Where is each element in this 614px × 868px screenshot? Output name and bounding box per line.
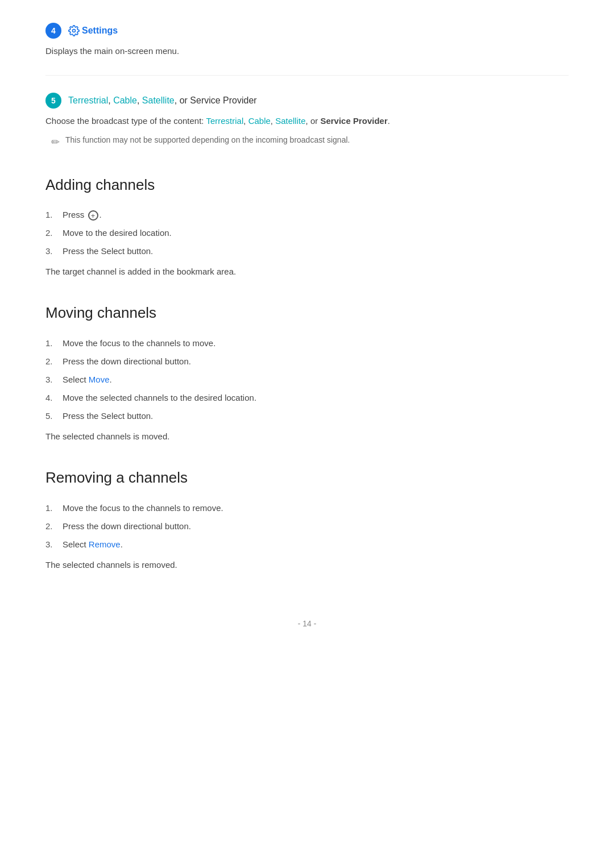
adding-channels-section: Adding channels 1. Press . 2. Move to th… <box>45 173 569 279</box>
pencil-icon: ✏ <box>51 134 60 151</box>
divider-1 <box>45 75 569 76</box>
link-move[interactable]: Move <box>89 375 110 384</box>
link-remove[interactable]: Remove <box>89 539 121 549</box>
section-5: 5 Terrestrial, Cable, Satellite, or Serv… <box>45 93 569 151</box>
moving-channels-result: The selected channels is moved. <box>45 430 569 443</box>
link-cable-desc[interactable]: Cable <box>248 116 271 126</box>
link-satellite-title[interactable]: Satellite <box>142 95 175 105</box>
section-4-description: Displays the main on-screen menu. <box>45 44 569 58</box>
moving-step-3: 3. Select Move. <box>45 373 569 387</box>
adding-step-2: 2. Move to the desired location. <box>45 226 569 240</box>
removing-channels-heading: Removing a channels <box>45 466 569 490</box>
removing-step-3: 3. Select Remove. <box>45 538 569 551</box>
moving-step-2: 2. Press the down directional button. <box>45 355 569 368</box>
settings-icon <box>68 25 80 36</box>
adding-channels-heading: Adding channels <box>45 173 569 197</box>
link-cable-title[interactable]: Cable <box>113 95 137 105</box>
moving-channels-list: 1. Move the focus to the channels to mov… <box>45 337 569 423</box>
section-4: 4 Settings Displays the main on-screen m… <box>45 23 569 58</box>
page-footer: - 14 - <box>45 606 569 630</box>
section-5-description: Choose the broadcast type of the content… <box>45 114 569 128</box>
removing-channels-result: The selected channels is removed. <box>45 558 569 572</box>
adding-channels-list: 1. Press . 2. Move to the desired locati… <box>45 208 569 258</box>
page-number: - 14 - <box>298 619 317 628</box>
section-5-title: Terrestrial, Cable, Satellite, or Servic… <box>68 93 257 108</box>
adding-step-1: 1. Press . <box>45 208 569 222</box>
section-5-note: ✏ This function may not be supported dep… <box>45 134 569 151</box>
section-5-header: 5 Terrestrial, Cable, Satellite, or Serv… <box>45 93 569 109</box>
removing-step-1: 1. Move the focus to the channels to rem… <box>45 501 569 515</box>
link-terrestrial-title[interactable]: Terrestrial <box>68 95 108 105</box>
section-4-header: 4 Settings <box>45 23 569 39</box>
moving-channels-heading: Moving channels <box>45 301 569 325</box>
moving-channels-section: Moving channels 1. Move the focus to the… <box>45 301 569 443</box>
link-terrestrial-desc[interactable]: Terrestrial <box>206 116 243 126</box>
section-4-title: Settings <box>82 23 118 38</box>
removing-step-2: 2. Press the down directional button. <box>45 520 569 533</box>
link-satellite-desc[interactable]: Satellite <box>275 116 305 126</box>
section-5-note-text: This function may not be supported depen… <box>65 134 350 146</box>
moving-step-5: 5. Press the Select button. <box>45 409 569 423</box>
removing-channels-list: 1. Move the focus to the channels to rem… <box>45 501 569 551</box>
section-5-circle: 5 <box>45 93 61 109</box>
adding-channels-result: The target channel is added in the bookm… <box>45 265 569 279</box>
adding-step-3: 3. Press the Select button. <box>45 244 569 258</box>
moving-step-1: 1. Move the focus to the channels to mov… <box>45 337 569 350</box>
svg-point-0 <box>73 30 76 32</box>
section-4-circle: 4 <box>45 23 61 39</box>
removing-channels-section: Removing a channels 1. Move the focus to… <box>45 466 569 572</box>
circle-plus-icon <box>88 210 98 221</box>
moving-step-4: 4. Move the selected channels to the des… <box>45 391 569 405</box>
